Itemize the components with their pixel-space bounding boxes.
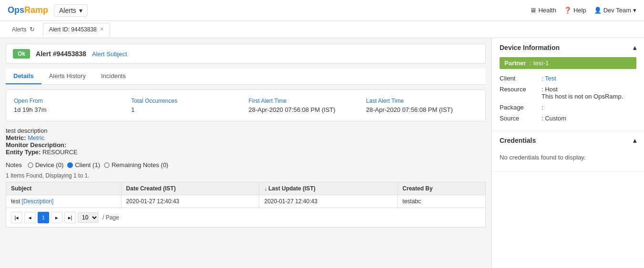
devteam-nav-item[interactable]: 👤 Dev Team bbox=[594, 7, 636, 14]
radio-group: Device (0) Client (1) Remaining Notes (0… bbox=[28, 161, 168, 169]
last-page-btn[interactable]: ▸| bbox=[64, 212, 76, 223]
nav-alerts-label: Alerts bbox=[59, 7, 76, 14]
subject-text: test bbox=[11, 198, 20, 205]
last-alert-value: 28-Apr-2020 07:56:08 PM (IST) bbox=[366, 106, 478, 113]
tab-close-icon[interactable]: ✕ bbox=[100, 26, 104, 32]
notes-table: Subject Date Created (IST) ↓ Last Update… bbox=[6, 182, 486, 208]
collapse-icon bbox=[633, 44, 636, 51]
radio-dot-remaining bbox=[104, 162, 110, 168]
td-subject: test [Description] bbox=[6, 195, 122, 208]
main-layout: Ok Alert #94453838 Alert Subject Details… bbox=[0, 38, 644, 268]
client-name[interactable]: Test bbox=[545, 75, 556, 82]
th-last-update[interactable]: ↓ Last Update (IST) bbox=[259, 182, 398, 195]
resource-warning: This host is not on OpsRamp. bbox=[542, 93, 623, 100]
partner-label: Partner bbox=[504, 60, 526, 67]
credentials-section: Credentials No credentials found to disp… bbox=[492, 131, 644, 172]
desc-line1: test description bbox=[6, 127, 486, 134]
total-occurrences-value: 1 bbox=[131, 106, 243, 113]
open-from-cell: Open From 1d 19h 37m bbox=[14, 98, 125, 113]
tab-alert-detail-label: Alert ID: 94453838 bbox=[49, 26, 97, 33]
tab-alerts-label: Alerts bbox=[12, 26, 27, 33]
source-label: Source bbox=[500, 115, 538, 122]
help-icon: ❓ bbox=[564, 7, 572, 14]
chevron-down-icon bbox=[79, 7, 82, 14]
radio-client-label: Client (1) bbox=[75, 161, 100, 169]
radio-client[interactable]: Client (1) bbox=[67, 161, 100, 169]
entity-line: Entity Type: RESOURCE bbox=[6, 149, 486, 156]
package-value: : bbox=[542, 104, 543, 111]
sub-tab-details[interactable]: Details bbox=[6, 69, 41, 84]
notes-header: Notes Device (0) Client (1) Remaining No… bbox=[6, 161, 486, 169]
info-grid: Open From 1d 19h 37m Total Occurrences 1… bbox=[14, 98, 478, 113]
prev-page-btn[interactable]: ◂ bbox=[24, 212, 36, 223]
first-page-btn[interactable]: |◂ bbox=[11, 212, 22, 223]
next-page-btn[interactable]: ▸ bbox=[51, 212, 62, 223]
subject-link[interactable]: [Description] bbox=[22, 198, 54, 205]
source-value: : Custom bbox=[542, 115, 566, 122]
device-info-title: Device Information bbox=[500, 44, 560, 51]
alert-id-title: Alert #94453838 bbox=[36, 50, 86, 58]
user-icon: 👤 bbox=[594, 7, 602, 14]
metric-label: Metric: bbox=[6, 134, 28, 141]
radio-device[interactable]: Device (0) bbox=[28, 161, 63, 169]
th-date-created[interactable]: Date Created (IST) bbox=[121, 182, 259, 195]
open-from-value: 1d 19h 37m bbox=[14, 106, 125, 113]
tab-alerts[interactable]: Alerts ↻ bbox=[6, 22, 41, 36]
first-alert-value: 28-Apr-2020 07:56:08 PM (IST) bbox=[249, 106, 360, 113]
sort-arrow-icon: ↓ bbox=[264, 186, 268, 191]
per-page-select[interactable]: 10 25 50 bbox=[78, 212, 99, 223]
radio-device-label: Device (0) bbox=[35, 161, 63, 169]
first-alert-cell: First Alert Time 28-Apr-2020 07:56:08 PM… bbox=[249, 98, 360, 113]
nav-alerts-dropdown[interactable]: Alerts bbox=[54, 4, 88, 17]
device-info-body: Partner : test-1 Client : Test Resource … bbox=[492, 57, 644, 130]
health-nav-item[interactable]: 🖥 Health bbox=[530, 7, 556, 14]
help-label: Help bbox=[573, 7, 586, 14]
page-label: / Page bbox=[102, 214, 119, 221]
page-1-btn[interactable]: 1 bbox=[38, 212, 49, 223]
notes-section: Notes Device (0) Client (1) Remaining No… bbox=[6, 161, 486, 169]
radio-remaining-label: Remaining Notes (0) bbox=[112, 161, 168, 169]
tab-alert-detail[interactable]: Alert ID: 94453838 ✕ bbox=[43, 23, 110, 36]
td-last-update: 2020-01-27 12:40:43 bbox=[259, 195, 398, 208]
pagination: |◂ ◂ 1 ▸ ▸| 10 25 50 / Page bbox=[6, 208, 486, 228]
resource-row: Resource : Host This host is not on OpsR… bbox=[500, 84, 636, 102]
sub-tabs: Details Alerts History Incidents bbox=[6, 69, 486, 85]
resource-value: : Host This host is not on OpsRamp. bbox=[542, 86, 623, 100]
ok-badge: Ok bbox=[13, 49, 30, 59]
device-info-header[interactable]: Device Information bbox=[492, 38, 644, 57]
metric-value: Metric bbox=[28, 134, 44, 141]
radio-remaining[interactable]: Remaining Notes (0) bbox=[104, 161, 168, 169]
td-date-created: 2020-01-27 12:40:43 bbox=[121, 195, 259, 208]
sub-tab-alerts-history[interactable]: Alerts History bbox=[41, 69, 93, 84]
total-occurrences-cell: Total Occurrences 1 bbox=[131, 98, 243, 113]
nav-right: 🖥 Health ❓ Help 👤 Dev Team bbox=[530, 7, 636, 14]
description-block: test description Metric: Metric Monitor … bbox=[6, 127, 486, 156]
radio-dot-client bbox=[67, 162, 73, 168]
package-label: Package bbox=[500, 104, 538, 111]
logo[interactable]: OpsRamp bbox=[8, 5, 48, 15]
health-label: Health bbox=[538, 7, 556, 14]
alert-subject[interactable]: Alert Subject bbox=[92, 50, 127, 58]
chevron-down-icon-devteam bbox=[633, 7, 636, 14]
info-card: Open From 1d 19h 37m Total Occurrences 1… bbox=[6, 89, 486, 121]
first-alert-label: First Alert Time bbox=[249, 98, 360, 104]
resource-label: Resource bbox=[500, 86, 538, 93]
credentials-header[interactable]: Credentials bbox=[492, 131, 644, 150]
items-info: 1 Items Found, Displaying 1 to 1. bbox=[6, 172, 486, 179]
tab-refresh-icon[interactable]: ↻ bbox=[30, 26, 35, 33]
nav-left: OpsRamp Alerts bbox=[8, 4, 88, 17]
devteam-label: Dev Team bbox=[603, 7, 631, 14]
client-label: Client bbox=[500, 75, 538, 82]
radio-dot-device bbox=[28, 162, 33, 168]
alert-header: Ok Alert #94453838 Alert Subject bbox=[6, 44, 486, 64]
tab-bar: Alerts ↻ Alert ID: 94453838 ✕ bbox=[0, 21, 644, 38]
client-value: : Test bbox=[542, 75, 556, 82]
collapse-creds-icon bbox=[633, 137, 636, 144]
th-created-by: Created By bbox=[398, 182, 486, 195]
sub-tab-incidents[interactable]: Incidents bbox=[93, 69, 133, 84]
help-nav-item[interactable]: ❓ Help bbox=[564, 7, 586, 14]
total-occurrences-label: Total Occurrences bbox=[131, 98, 243, 104]
th-subject: Subject bbox=[6, 182, 122, 195]
last-alert-label: Last Alert Time bbox=[366, 98, 478, 104]
partner-value: : test-1 bbox=[530, 60, 549, 67]
